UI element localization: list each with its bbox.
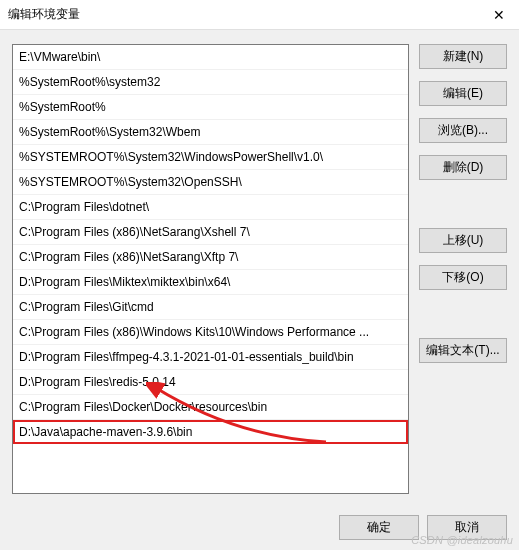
list-item[interactable]: %SYSTEMROOT%\System32\WindowsPowerShell\… xyxy=(13,145,408,170)
delete-button[interactable]: 删除(D) xyxy=(419,155,507,180)
watermark: CSDN @idealzouhu xyxy=(411,534,513,546)
list-item[interactable]: %SystemRoot%\System32\Wbem xyxy=(13,120,408,145)
titlebar: 编辑环境变量 ✕ xyxy=(0,0,519,30)
list-item[interactable]: %SYSTEMROOT%\System32\OpenSSH\ xyxy=(13,170,408,195)
list-item[interactable]: C:\Program Files\Docker\Docker\resources… xyxy=(13,395,408,420)
list-item[interactable]: D:\Java\apache-maven-3.9.6\bin xyxy=(13,420,408,444)
list-item[interactable]: D:\Program Files\redis-5.0.14 xyxy=(13,370,408,395)
list-item[interactable]: C:\Program Files\Git\cmd xyxy=(13,295,408,320)
close-icon[interactable]: ✕ xyxy=(487,7,511,23)
window-title: 编辑环境变量 xyxy=(8,6,80,23)
ok-button[interactable]: 确定 xyxy=(339,515,419,540)
list-item[interactable]: C:\Program Files (x86)\NetSarang\Xshell … xyxy=(13,220,408,245)
list-item[interactable]: C:\Program Files (x86)\NetSarang\Xftp 7\ xyxy=(13,245,408,270)
list-item[interactable]: E:\VMware\bin\ xyxy=(13,45,408,70)
edit-button[interactable]: 编辑(E) xyxy=(419,81,507,106)
move-up-button[interactable]: 上移(U) xyxy=(419,228,507,253)
dialog-content: E:\VMware\bin\%SystemRoot%\system32%Syst… xyxy=(0,30,519,504)
button-column: 新建(N) 编辑(E) 浏览(B)... 删除(D) 上移(U) 下移(O) 编… xyxy=(419,44,507,494)
list-item[interactable]: C:\Program Files (x86)\Windows Kits\10\W… xyxy=(13,320,408,345)
edit-text-button[interactable]: 编辑文本(T)... xyxy=(419,338,507,363)
list-item[interactable]: %SystemRoot%\system32 xyxy=(13,70,408,95)
list-item[interactable]: D:\Program Files\ffmpeg-4.3.1-2021-01-01… xyxy=(13,345,408,370)
list-item[interactable]: D:\Program Files\Miktex\miktex\bin\x64\ xyxy=(13,270,408,295)
move-down-button[interactable]: 下移(O) xyxy=(419,265,507,290)
list-item[interactable]: %SystemRoot% xyxy=(13,95,408,120)
list-item[interactable]: C:\Program Files\dotnet\ xyxy=(13,195,408,220)
path-list[interactable]: E:\VMware\bin\%SystemRoot%\system32%Syst… xyxy=(12,44,409,494)
new-button[interactable]: 新建(N) xyxy=(419,44,507,69)
browse-button[interactable]: 浏览(B)... xyxy=(419,118,507,143)
